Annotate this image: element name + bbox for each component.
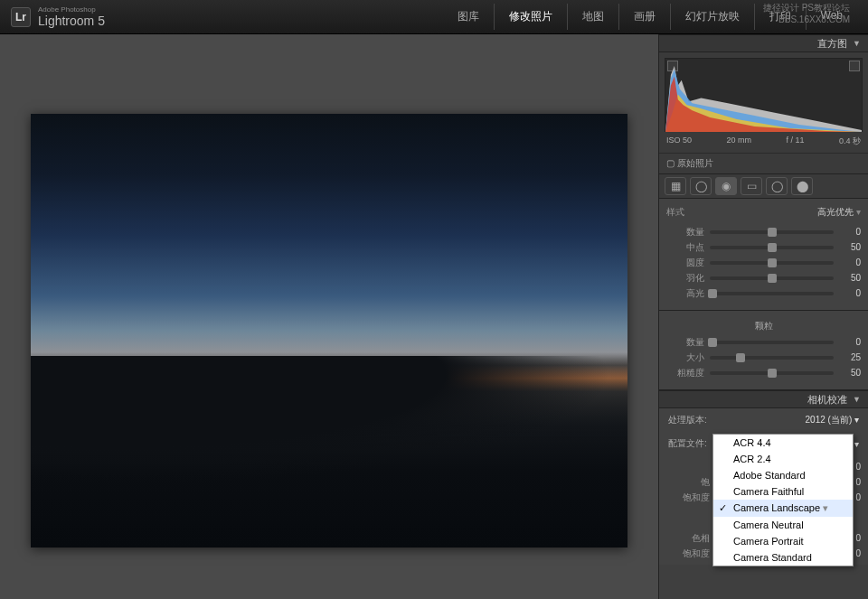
crop-tool-icon[interactable]: ▦ (665, 177, 686, 195)
grain-2-label: 粗糙度 (666, 367, 704, 379)
profile-option[interactable]: Camera Faithful (713, 483, 853, 500)
spot-tool-icon[interactable]: ◯ (690, 177, 712, 195)
profile-option[interactable]: Camera Neutral (713, 517, 853, 533)
nav-修改照片[interactable]: 修改照片 (495, 4, 568, 30)
redeye-tool-icon[interactable]: ◉ (715, 177, 737, 195)
tool-strip: ▦ ◯ ◉ ▭ ◯ ⬤ (659, 173, 868, 199)
vignette-0-value: 0 (839, 227, 861, 237)
grain-1-label: 大小 (666, 351, 704, 364)
vignette-4-label: 高光 (666, 287, 704, 300)
grain-0-value: 0 (839, 337, 861, 347)
vignette-3-slider[interactable] (710, 276, 834, 280)
vignette-2-slider[interactable] (710, 261, 834, 265)
top-bar: Lr Adobe Photoshop Lightroom 5 图库修改照片地图画… (0, 0, 868, 34)
vignette-panel: 样式 高光优先 数量 0 中点 50 圆度 0 羽化 50 高光 0 (659, 199, 868, 311)
vignette-1-value: 50 (839, 242, 861, 252)
exif-labels: ISO 50 20 mm f / 11 0.4 秒 (665, 132, 863, 147)
grain-2-value: 50 (839, 368, 861, 378)
nav-图库[interactable]: 图库 (443, 4, 495, 30)
logo-badge-icon: Lr (11, 7, 31, 27)
grain-0-slider[interactable] (710, 341, 834, 344)
histogram-header[interactable]: 直方图▼ (659, 34, 868, 52)
vignette-4-slider[interactable] (710, 292, 834, 295)
profile-dropdown[interactable]: ACR 4.4ACR 2.4Adobe StandardCamera Faith… (712, 434, 854, 566)
profile-option[interactable]: ACR 4.4 (713, 435, 853, 451)
grain-panel: 颗粒 数量 0 大小 25 粗糙度 50 (659, 311, 868, 390)
profile-option[interactable]: Camera Landscape (713, 500, 853, 517)
vignette-1-label: 中点 (666, 241, 704, 254)
style-select[interactable]: 高光优先 (817, 206, 861, 219)
grain-0-label: 数量 (666, 336, 704, 349)
adobe-label: Adobe Photoshop (38, 6, 105, 14)
nav-画册[interactable]: 画册 (619, 4, 671, 30)
collapse-icon: ▼ (853, 395, 861, 404)
vignette-3-label: 羽化 (666, 272, 704, 285)
gradient-tool-icon[interactable]: ▭ (741, 177, 762, 195)
vignette-4-value: 0 (839, 288, 861, 298)
vignette-0-label: 数量 (666, 226, 704, 239)
calibration-header[interactable]: 相机校准▼ (659, 390, 868, 408)
profile-option[interactable]: Adobe Standard (713, 467, 853, 483)
nav-幻灯片放映[interactable]: 幻灯片放映 (671, 4, 755, 30)
profile-option[interactable]: ACR 2.4 (713, 451, 853, 467)
profile-option[interactable]: Camera Portrait (713, 533, 853, 549)
vignette-2-label: 圆度 (666, 257, 704, 269)
style-label: 样式 (666, 206, 684, 219)
app-logo: Lr Adobe Photoshop Lightroom 5 (11, 6, 105, 28)
preview-image (31, 114, 627, 548)
process-version-row: 处理版本: 2012 (当前) (659, 408, 868, 432)
photo-canvas[interactable] (0, 34, 658, 599)
vignette-0-slider[interactable] (710, 230, 834, 234)
nav-地图[interactable]: 地图 (568, 4, 619, 30)
brush-tool-icon[interactable]: ⬤ (791, 177, 813, 195)
grain-2-slider[interactable] (710, 371, 834, 375)
collapse-icon: ▼ (853, 39, 861, 48)
vignette-1-slider[interactable] (710, 246, 834, 249)
original-photo-toggle[interactable]: 原始照片 (659, 153, 868, 173)
radial-tool-icon[interactable]: ◯ (766, 177, 788, 195)
histogram[interactable] (665, 58, 863, 132)
app-name: Lightroom 5 (38, 14, 105, 28)
grain-title: 颗粒 (666, 316, 861, 334)
vignette-2-value: 0 (839, 257, 861, 267)
vignette-3-value: 50 (839, 273, 861, 283)
grain-1-slider[interactable] (710, 356, 834, 360)
watermark: 捷径设计 PS教程论坛 BBS.16XX8.COM (763, 2, 850, 24)
grain-1-value: 25 (839, 352, 861, 362)
process-select[interactable]: 2012 (当前) (806, 414, 859, 426)
profile-option[interactable]: Camera Standard (713, 549, 853, 566)
